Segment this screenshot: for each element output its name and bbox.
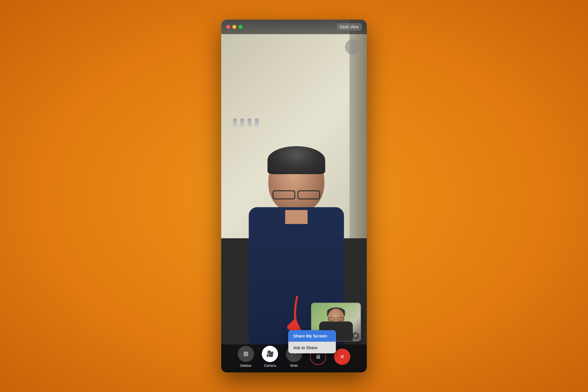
camera-control-wrap: 🎥 Camera bbox=[262, 346, 278, 368]
pip-refresh-button[interactable]: ↺ bbox=[352, 332, 359, 339]
light-unit bbox=[233, 118, 237, 127]
sidebar-control-wrap: ⊞ Sidebar bbox=[238, 346, 254, 368]
screen-share-dropdown: Share My Screen Ask to Share bbox=[288, 330, 336, 353]
end-call-button[interactable]: ✕ bbox=[334, 349, 350, 365]
share-my-screen-option[interactable]: Share My Screen bbox=[288, 330, 336, 342]
camera-button[interactable]: 🎥 bbox=[262, 346, 278, 362]
camera-label: Camera bbox=[264, 364, 276, 368]
close-button[interactable] bbox=[226, 25, 230, 29]
sidebar-label: Sidebar bbox=[240, 364, 251, 368]
pip-person-glasses bbox=[328, 318, 344, 320]
person-glasses bbox=[270, 190, 323, 199]
selfie-mode-button[interactable] bbox=[345, 39, 361, 55]
end-call-control-wrap: ✕ bbox=[334, 349, 350, 365]
mute-label: Mute bbox=[290, 364, 298, 368]
maximize-button[interactable] bbox=[239, 25, 242, 29]
refresh-icon: ↺ bbox=[354, 334, 357, 338]
light-unit bbox=[248, 118, 251, 127]
main-video-area: ↺ Share My Screen Ask to Share bbox=[221, 20, 367, 372]
sidebar-icon: ⊞ bbox=[243, 350, 248, 358]
person-hair bbox=[267, 146, 325, 174]
screen-share-icon: 🖥 bbox=[315, 354, 321, 360]
light-unit bbox=[255, 118, 259, 127]
traffic-lights bbox=[226, 25, 242, 29]
light-unit bbox=[240, 118, 244, 127]
close-icon: ✕ bbox=[340, 353, 345, 360]
title-bar: Desk View bbox=[221, 20, 367, 34]
camera-icon: 🎥 bbox=[266, 350, 274, 358]
ask-to-share-option[interactable]: Ask to Share bbox=[288, 342, 336, 353]
ceiling-lights bbox=[233, 118, 259, 127]
desk-view-button[interactable]: Desk View bbox=[337, 23, 362, 31]
sidebar-button[interactable]: ⊞ bbox=[238, 346, 254, 362]
person-neck bbox=[285, 210, 307, 224]
facetime-window: Desk View bbox=[221, 20, 367, 372]
minimize-button[interactable] bbox=[232, 25, 236, 29]
